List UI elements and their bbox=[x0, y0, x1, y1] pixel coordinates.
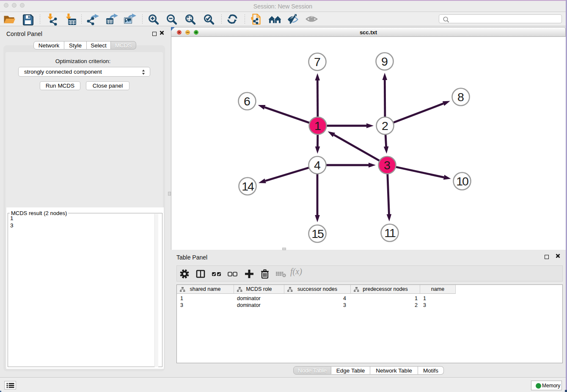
svg-text:14: 14 bbox=[242, 179, 254, 193]
svg-text:3: 3 bbox=[384, 158, 391, 172]
svg-text:6: 6 bbox=[244, 94, 250, 108]
svg-text:7: 7 bbox=[314, 55, 321, 69]
svg-text:9: 9 bbox=[381, 55, 388, 68]
svg-text:4: 4 bbox=[314, 158, 321, 172]
svg-text:11: 11 bbox=[384, 226, 396, 240]
svg-text:8: 8 bbox=[457, 90, 464, 104]
svg-text:15: 15 bbox=[311, 227, 324, 240]
svg-text:1: 1 bbox=[314, 119, 321, 133]
svg-text:10: 10 bbox=[456, 174, 468, 188]
svg-text:2: 2 bbox=[382, 119, 388, 133]
